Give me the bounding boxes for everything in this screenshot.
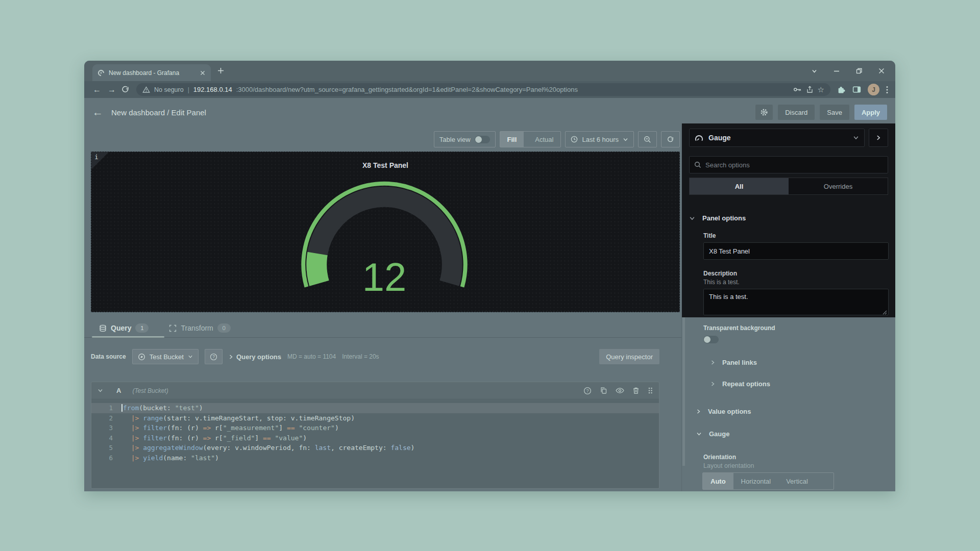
forward-icon[interactable]: → (106, 85, 117, 94)
gauge-viz-icon (695, 134, 703, 142)
code-line[interactable]: 6 |> yield(name: "last") (91, 453, 659, 463)
chevron-down-icon (689, 215, 695, 221)
zoom-out-button[interactable] (638, 131, 657, 147)
drag-handle-icon[interactable] (648, 387, 653, 394)
disable-query-eye-icon[interactable] (616, 387, 624, 394)
panel-preview[interactable]: i X8 Test Panel 12 (91, 152, 680, 312)
panel-links-label: Panel links (722, 359, 757, 366)
code-line[interactable]: 1from(bucket: "test") (91, 403, 659, 413)
visualization-name: Gauge (708, 134, 731, 142)
panel-links-section[interactable]: Panel links (710, 355, 888, 370)
resize-handle-icon[interactable] (883, 310, 887, 315)
code-line[interactable]: 5 |> aggregateWindow(every: v.windowPeri… (91, 443, 659, 453)
influxdb-logo-icon (138, 353, 145, 361)
tab-query[interactable]: Query 1 (99, 319, 149, 337)
save-button[interactable]: Save (820, 105, 849, 120)
gauge-section[interactable]: Gauge (696, 426, 888, 441)
datasource-help-button[interactable]: ? (205, 349, 223, 364)
back-icon[interactable]: ← (91, 85, 103, 94)
discard-button[interactable]: Discard (778, 105, 815, 120)
panel-options-section-header[interactable]: Panel options (689, 214, 888, 222)
delete-query-trash-icon[interactable] (632, 387, 640, 394)
query-inspector-button[interactable]: Query inspector (599, 349, 659, 364)
url-path[interactable]: :3000/dashboard/new?utm_source=grafana_g… (236, 86, 789, 93)
url-host[interactable]: 192.168.0.14 (193, 86, 232, 93)
search-input[interactable] (705, 161, 883, 169)
database-icon (99, 324, 107, 332)
chevron-right-icon (696, 409, 701, 414)
table-view-control[interactable]: Table view (434, 131, 496, 147)
svg-text:?: ? (586, 388, 589, 393)
transparent-background-toggle[interactable] (703, 336, 719, 343)
panel-description-textarea[interactable]: This is a test. (703, 289, 889, 315)
code-line[interactable]: 3 |> filter(fn: (r) => r["_measurement"]… (91, 423, 659, 433)
clock-icon (571, 136, 578, 143)
options-search-box[interactable] (689, 156, 888, 173)
grafana-app: ← New dashboard / Edit Panel Discard Sav… (84, 98, 895, 491)
refresh-button[interactable] (661, 131, 680, 147)
repeat-options-label: Repeat options (722, 380, 770, 388)
tab-close-icon[interactable] (200, 70, 206, 76)
tab-overrides[interactable]: Overrides (789, 178, 888, 194)
orientation-vertical-option[interactable]: Vertical (778, 473, 816, 489)
bookmark-star-icon[interactable]: ☆ (818, 85, 824, 94)
panel-view-toolbar: Table view Fill Actual Last 6 hours (434, 131, 680, 148)
query-editor-card: A (Test Bucket) ? (91, 382, 659, 489)
browser-menu-icon[interactable] (886, 86, 888, 94)
address-bar[interactable]: No seguro | 192.168.0.14 :3000/dashboard… (136, 83, 830, 96)
orientation-horizontal-option[interactable]: Horizontal (733, 473, 779, 489)
maximize-icon[interactable] (855, 67, 863, 74)
fill-option[interactable]: Fill (500, 132, 524, 147)
duplicate-query-icon[interactable] (600, 387, 607, 394)
interval-info: Interval = 20s (342, 353, 379, 360)
actual-option[interactable]: Actual (528, 132, 560, 147)
flux-code-editor[interactable]: 1from(bucket: "test")2 |> range(start: v… (91, 400, 659, 488)
reload-icon[interactable] (121, 85, 130, 94)
profile-avatar[interactable]: J (868, 84, 879, 95)
datasource-picker[interactable]: Test Bucket (132, 349, 199, 364)
collapse-pane-button[interactable] (869, 129, 888, 147)
transform-icon (169, 324, 177, 332)
visualization-picker[interactable]: Gauge (689, 129, 865, 147)
back-to-dashboard-icon[interactable]: ← (92, 106, 103, 118)
value-options-section[interactable]: Value options (696, 404, 888, 419)
tab-all[interactable]: All (690, 178, 789, 194)
query-row-header[interactable]: A (Test Bucket) ? (91, 382, 659, 399)
url-separator: | (188, 86, 189, 93)
share-icon[interactable] (806, 86, 814, 93)
security-label[interactable]: No seguro (154, 86, 184, 93)
options-pane-top: Gauge All (682, 123, 895, 317)
tab-search-icon[interactable] (811, 68, 818, 74)
breadcrumb[interactable]: New dashboard / Edit Panel (111, 108, 206, 117)
tab-transform[interactable]: Transform 0 (169, 319, 230, 337)
password-key-icon[interactable] (793, 86, 802, 93)
side-panel-icon[interactable] (852, 86, 861, 93)
query-help-icon[interactable]: ? (583, 387, 592, 395)
code-line[interactable]: 4 |> filter(fn: (r) => r["_field"] == "v… (91, 433, 659, 443)
query-count-badge: 1 (135, 323, 149, 333)
panel-title-input[interactable] (703, 242, 889, 260)
datasource-row: Data source Test Bucket ? Query options (91, 349, 659, 364)
collapse-chevron-icon[interactable] (97, 388, 103, 393)
chevron-down-icon (853, 135, 859, 141)
minimize-icon[interactable] (833, 67, 840, 74)
settings-gear-button[interactable] (755, 105, 773, 120)
new-tab-button[interactable] (217, 67, 225, 74)
table-view-toggle[interactable] (475, 136, 490, 143)
query-options-toggle[interactable]: Query options (229, 353, 281, 361)
extensions-puzzle-icon[interactable] (837, 85, 846, 94)
orientation-auto-option[interactable]: Auto (703, 473, 733, 489)
options-filter-tabs: All Overrides (689, 178, 888, 195)
repeat-options-section[interactable]: Repeat options (710, 376, 888, 391)
time-range-label: Last 6 hours (582, 136, 619, 143)
code-line[interactable]: 2 |> range(start: v.timeRangeStart, stop… (91, 413, 659, 423)
apply-button[interactable]: Apply (854, 105, 887, 120)
query-tab-label: Query (111, 324, 131, 332)
time-range-picker[interactable]: Last 6 hours (565, 131, 634, 147)
title-field-label: Title (703, 232, 888, 239)
browser-tab[interactable]: New dashboard - Grafana (92, 64, 211, 81)
close-window-icon[interactable] (878, 67, 885, 74)
panel-options-header-label: Panel options (702, 214, 746, 222)
not-secure-warning-icon[interactable] (142, 86, 150, 93)
max-data-points-info: MD = auto = 1104 (287, 353, 336, 360)
